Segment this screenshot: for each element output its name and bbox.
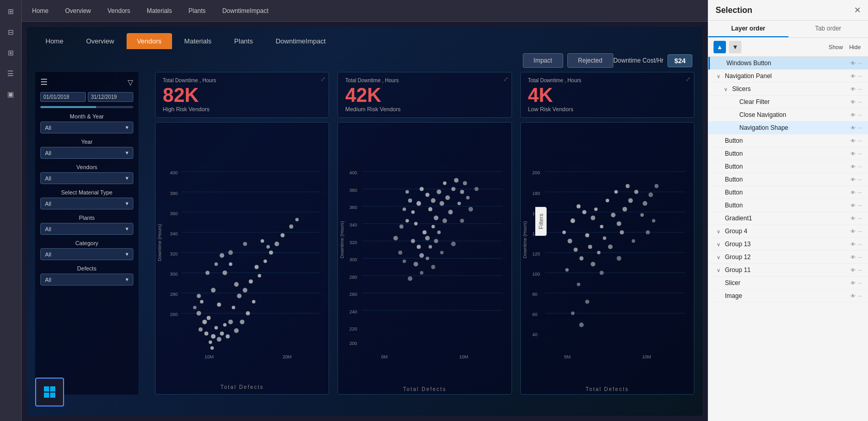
layer-more-icon[interactable]: ···	[858, 99, 862, 105]
nav-item-plants[interactable]: Plants	[184, 5, 210, 17]
expand-icon-2[interactable]: ⤢	[686, 76, 691, 83]
nav-item-downtime[interactable]: DowntimeImpact	[218, 5, 272, 17]
layer-item[interactable]: ∨ Group 12 👁 ···	[708, 251, 868, 264]
expand-icon-0[interactable]: ⤢	[320, 76, 326, 83]
layer-more-icon[interactable]: ···	[858, 112, 862, 118]
move-down-button[interactable]: ▼	[729, 41, 741, 53]
filter-icon[interactable]: ▽	[128, 78, 133, 86]
layer-item[interactable]: ∨ Group 11 👁 ···	[708, 264, 868, 277]
grid-icon[interactable]: ⊞	[4, 4, 18, 19]
layer-visibility-icon[interactable]: 👁	[850, 99, 856, 105]
tab-plants[interactable]: Plants	[224, 33, 263, 49]
hide-all-button[interactable]: Hide	[847, 43, 863, 51]
layer-visibility-icon[interactable]: 👁	[850, 151, 856, 157]
layer-more-icon[interactable]: ···	[858, 61, 862, 66]
layer-item[interactable]: Close Navigation 👁 ···	[708, 109, 868, 122]
layer-more-icon[interactable]: ···	[858, 151, 862, 157]
layer-visibility-icon[interactable]: 👁	[850, 164, 856, 170]
layer-item[interactable]: ∨ Group 13 👁 ···	[708, 238, 868, 251]
layer-visibility-icon[interactable]: 👁	[850, 177, 856, 183]
layer-item[interactable]: Windows Button 👁 ···	[708, 57, 868, 70]
menu-icon[interactable]: ☰	[4, 66, 18, 81]
tab-overview[interactable]: Overview	[76, 33, 125, 49]
hamburger-icon[interactable]: ☰	[40, 77, 48, 87]
layer-more-icon[interactable]: ···	[858, 280, 862, 286]
layer-item[interactable]: ∨ Group 4 👁 ···	[708, 225, 868, 238]
layer-visibility-icon[interactable]: 👁	[850, 254, 856, 260]
layer-item[interactable]: ∨ Slicers 👁 ···	[708, 83, 868, 96]
layer-item[interactable]: Button 👁 ···	[708, 147, 868, 160]
layer-item[interactable]: Button 👁 ···	[708, 199, 868, 212]
layer-visibility-icon[interactable]: 👁	[850, 280, 856, 286]
layer-visibility-icon[interactable]: 👁	[850, 138, 856, 144]
filter-select-year[interactable]: All▾	[40, 147, 133, 159]
layer-more-icon[interactable]: ···	[858, 177, 862, 183]
layer-visibility-icon[interactable]: 👁	[850, 190, 856, 196]
layer-item[interactable]: Button 👁 ···	[708, 186, 868, 199]
layer-item[interactable]: Button 👁 ···	[708, 173, 868, 186]
layer-visibility-icon[interactable]: 👁	[850, 112, 856, 118]
layer-item[interactable]: ∨ Navigation Panel 👁 ···	[708, 70, 868, 83]
tab-home[interactable]: Home	[35, 33, 74, 49]
windows-button[interactable]	[35, 378, 64, 407]
tab-tab-order[interactable]: Tab order	[788, 21, 869, 37]
layer-visibility-icon[interactable]: 👁	[850, 203, 856, 208]
nav-item-home[interactable]: Home	[28, 5, 53, 17]
move-up-button[interactable]: ▲	[714, 41, 726, 53]
layer-item[interactable]: Slicer 👁 ···	[708, 277, 868, 290]
layer-more-icon[interactable]: ···	[858, 254, 862, 260]
date-start[interactable]: 01/01/2018	[40, 92, 86, 102]
tab-vendors[interactable]: Vendors	[127, 33, 172, 49]
filter-select-vendors[interactable]: All▾	[40, 172, 133, 184]
show-all-button[interactable]: Show	[827, 43, 845, 51]
rejected-button[interactable]: Rejected	[567, 53, 613, 68]
nav-item-overview[interactable]: Overview	[61, 5, 95, 17]
tab-downtime-impact[interactable]: DowntimeImpact	[265, 33, 336, 49]
filters-sidebar-tab[interactable]: Filters	[535, 207, 547, 236]
layer-item[interactable]: Gradient1 👁 ···	[708, 212, 868, 225]
layer-item[interactable]: Button 👁 ···	[708, 134, 868, 147]
layer-item[interactable]: Navigation Shape 👁 ···	[708, 122, 868, 134]
filter-select-defects[interactable]: All▾	[40, 274, 133, 285]
filter-select-plants[interactable]: All▾	[40, 223, 133, 235]
table-icon[interactable]: ⊟	[4, 25, 18, 39]
layer-more-icon[interactable]: ···	[858, 293, 862, 299]
layer-visibility-icon[interactable]: 👁	[850, 216, 856, 221]
filter-select-month-year[interactable]: All▾	[40, 122, 133, 133]
layout-icon[interactable]: ▣	[4, 87, 18, 101]
layer-more-icon[interactable]: ···	[858, 73, 862, 79]
layer-item[interactable]: Clear Filter 👁 ···	[708, 96, 868, 109]
layer-more-icon[interactable]: ···	[858, 229, 862, 234]
date-end[interactable]: 31/12/2019	[88, 92, 133, 102]
expand-icon-1[interactable]: ⤢	[503, 76, 508, 83]
layer-visibility-icon[interactable]: 👁	[850, 267, 856, 273]
layer-more-icon[interactable]: ···	[858, 125, 862, 131]
nav-item-materials[interactable]: Materials	[143, 5, 176, 17]
layer-more-icon[interactable]: ···	[858, 164, 862, 170]
layer-visibility-icon[interactable]: 👁	[850, 125, 856, 131]
date-slider[interactable]	[40, 106, 133, 108]
layer-more-icon[interactable]: ···	[858, 267, 862, 273]
layer-more-icon[interactable]: ···	[858, 242, 862, 247]
layer-more-icon[interactable]: ···	[858, 190, 862, 196]
layer-item[interactable]: Button 👁 ···	[708, 160, 868, 173]
layer-visibility-icon[interactable]: 👁	[850, 293, 856, 299]
filter-select-material[interactable]: All▾	[40, 198, 133, 209]
layer-visibility-icon[interactable]: 👁	[850, 86, 856, 92]
layer-visibility-icon[interactable]: 👁	[850, 61, 856, 66]
layer-more-icon[interactable]: ···	[858, 203, 862, 208]
layer-visibility-icon[interactable]: 👁	[850, 229, 856, 234]
nav-item-vendors[interactable]: Vendors	[103, 5, 134, 17]
tab-layer-order[interactable]: Layer order	[708, 21, 788, 37]
layer-more-icon[interactable]: ···	[858, 216, 862, 221]
layer-more-icon[interactable]: ···	[858, 138, 862, 144]
tab-materials[interactable]: Materials	[174, 33, 222, 49]
impact-button[interactable]: Impact	[523, 53, 563, 68]
close-panel-button[interactable]: ✕	[854, 5, 861, 15]
layer-more-icon[interactable]: ···	[858, 86, 862, 92]
layer-visibility-icon[interactable]: 👁	[850, 242, 856, 247]
filter-select-category[interactable]: All▾	[40, 248, 133, 260]
layer-item[interactable]: Image 👁 ···	[708, 290, 868, 303]
chart-icon[interactable]: ⊞	[4, 46, 18, 60]
layer-visibility-icon[interactable]: 👁	[850, 73, 856, 79]
